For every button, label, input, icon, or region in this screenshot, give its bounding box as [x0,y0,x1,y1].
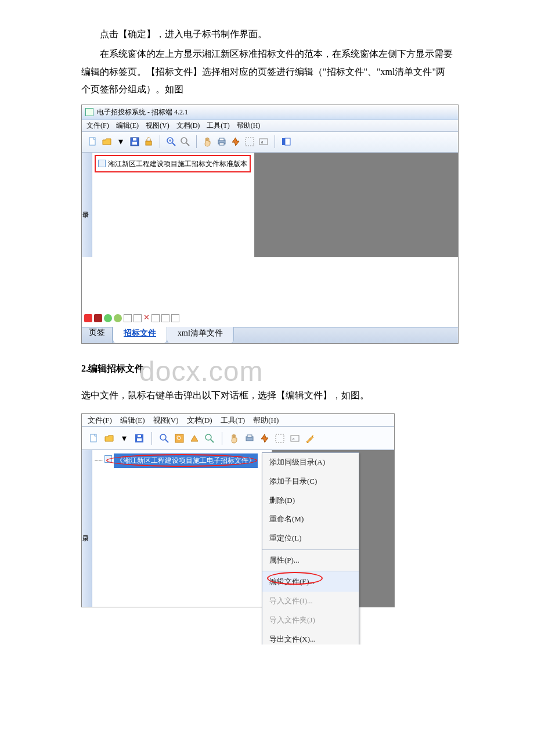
paragraph-3: 选中文件，鼠标右键单击弹出以下对话框，选择【编辑文件】，如图。 [81,387,453,404]
up-icon[interactable] [104,314,112,322]
menu-view[interactable]: 视图(V) [153,413,179,428]
svg-rect-25 [175,434,183,442]
menu-view[interactable]: 视图(V) [146,119,169,132]
window-title: 电子招投标系统 - 招标端 4.2.1 [97,106,188,119]
toolbar-separator [151,432,152,445]
svg-text:a: a [293,436,295,441]
menu-tools[interactable]: 工具(T) [221,413,246,428]
new-page-icon[interactable] [89,433,99,444]
rename-icon[interactable] [151,314,160,322]
select-icon[interactable] [244,136,255,147]
refresh-icon[interactable] [161,314,169,322]
new-page-icon[interactable] [88,136,98,147]
ctx-edit-file[interactable]: 编辑文件(E)... [262,571,359,592]
svg-point-9 [181,138,187,143]
hand-icon[interactable] [203,136,213,147]
figure-1: 电子招投标系统 - 招标端 4.2.1 文件(F) 编辑(E) 视图(V) 文档… [81,105,459,344]
text-select-icon[interactable]: a [258,136,269,147]
figure-2: 文件(F) 编辑(E) 视图(V) 文档(D) 工具(T) 帮助(H) ▾ a … [81,413,395,607]
print-icon[interactable] [217,136,227,147]
svg-rect-19 [91,434,96,442]
bottom-toolbar: ✕ [82,312,458,324]
menu-tools[interactable]: 工具(T) [207,119,229,132]
toolbar-separator [275,135,275,148]
open-folder-icon[interactable] [102,136,112,147]
remove-icon[interactable] [94,314,102,322]
save-icon[interactable] [129,136,140,147]
svg-rect-12 [219,138,224,141]
document-node-icon [104,455,112,463]
zoom-sel-icon[interactable] [174,433,185,444]
svg-line-28 [211,440,214,442]
menu-edit[interactable]: 编辑(E) [120,413,145,428]
sidebar-strip-label-2[interactable]: 目录 [82,450,92,607]
dropdown-icon[interactable]: ▾ [116,136,126,147]
svg-rect-3 [133,138,136,141]
svg-point-27 [205,434,211,440]
menu-document[interactable]: 文档(D) [187,413,212,428]
new-folder-icon[interactable] [134,314,142,322]
dropdown-icon[interactable]: ▾ [119,433,129,444]
svg-rect-18 [285,138,290,145]
svg-rect-0 [89,138,95,145]
sidebar-strip-label[interactable]: 目录 [82,153,92,257]
expand-icon[interactable] [171,314,179,322]
select-icon[interactable] [275,433,285,444]
sort-icon[interactable] [124,314,132,322]
sidebar-toggle-icon[interactable] [281,136,291,147]
title-bar: 电子招投标系统 - 招标端 4.2.1 [82,105,458,120]
menu-bar[interactable]: 文件(F) 编辑(E) 视图(V) 文档(D) 工具(T) 帮助(H) [82,120,458,132]
open-folder-icon[interactable] [104,433,114,444]
fit-icon[interactable] [244,433,255,444]
print-icon[interactable] [189,433,200,444]
delete-x-icon[interactable]: ✕ [143,311,150,325]
svg-rect-31 [276,434,284,442]
tree-node-label[interactable]: 湘江新区工程建设项目施工招标文件标准版本 [108,157,247,171]
ctx-export-file[interactable]: 导出文件(X)... [262,630,359,645]
toolbar-separator [160,135,160,148]
find-icon[interactable] [204,433,215,444]
ctx-add-sibling[interactable]: 添加同级目录(A) [262,453,359,472]
annotation-highlight-box: 湘江新区工程建设项目施工招标文件标准版本 [95,155,251,173]
document-viewport [255,153,458,257]
zoom-out-icon[interactable] [180,136,190,147]
menu-document[interactable]: 文档(D) [176,119,200,132]
menu-file[interactable]: 文件(F) [86,119,109,132]
svg-line-10 [186,143,189,146]
ctx-relocate[interactable]: 重定位(L) [262,529,359,548]
ctx-delete[interactable]: 删除(D) [262,491,359,510]
context-menu: 添加同级目录(A) 添加子目录(C) 删除(D) 重命名(M) 重定位(L) 属… [262,452,359,645]
svg-rect-4 [146,141,151,145]
toolbar-separator [222,432,222,445]
ctx-properties[interactable]: 属性(P)... [262,549,359,570]
app-window-icon [85,108,93,116]
hand-icon[interactable] [229,433,240,444]
paragraph-2: 在系统窗体的左上方显示湘江新区标准招标文件的范本，在系统窗体左侧下方显示需要编辑… [81,45,453,98]
stamp-icon[interactable] [230,136,241,147]
text-select-icon[interactable]: a [290,433,300,444]
svg-rect-14 [246,138,254,146]
menu-file[interactable]: 文件(F) [88,413,112,428]
wand-icon[interactable] [305,433,315,444]
tree-pane-2: ┄┄ 《湘江新区工程建设项目施工电子招标文件》 [92,450,272,607]
down-icon[interactable] [114,314,122,322]
svg-rect-22 [138,435,141,437]
add-icon[interactable] [84,314,92,322]
zoom-in-icon[interactable] [166,136,176,147]
ctx-rename[interactable]: 重命名(M) [262,510,359,529]
save-icon[interactable] [134,433,145,444]
lock-icon[interactable] [143,136,154,147]
menu-edit[interactable]: 编辑(E) [116,119,139,132]
svg-rect-21 [137,438,142,441]
menu-help[interactable]: 帮助(H) [253,413,279,428]
menu-bar-2[interactable]: 文件(F) 编辑(E) 视图(V) 文档(D) 工具(T) 帮助(H) [82,414,394,427]
menu-help[interactable]: 帮助(H) [237,119,261,132]
heading-2: 2.编辑招标文件 [81,360,453,377]
svg-line-6 [172,143,175,146]
tree-node-selected[interactable]: 《湘江新区工程建设项目施工电子招标文件》 [114,453,258,468]
stamp-icon[interactable] [259,433,270,444]
toolbar-2: ▾ a [82,427,394,450]
zoom-in-icon[interactable] [159,433,169,444]
ctx-add-child[interactable]: 添加子目录(C) [262,472,359,491]
svg-point-23 [160,434,166,440]
